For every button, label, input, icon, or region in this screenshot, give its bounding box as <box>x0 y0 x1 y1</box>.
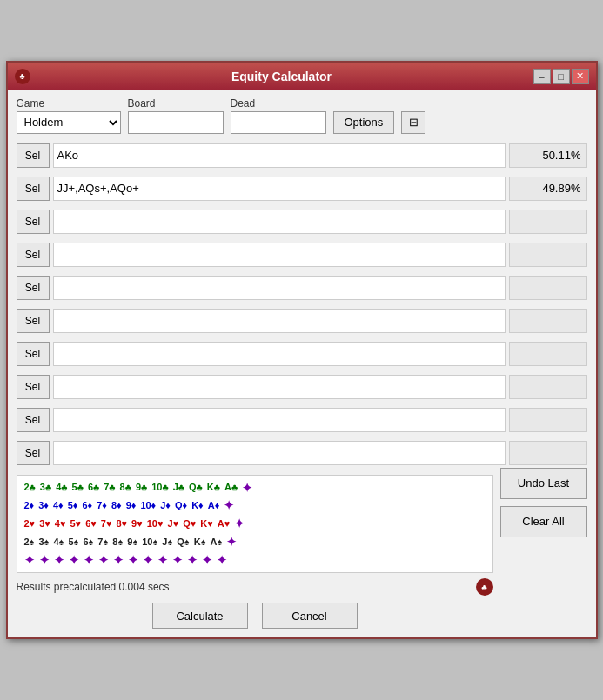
wild-spades[interactable]: ✦ <box>224 534 238 550</box>
wild-star-3[interactable]: ✦ <box>67 552 81 569</box>
card-7♠[interactable]: 7♠ <box>96 536 110 549</box>
options-button[interactable]: Options <box>333 111 395 134</box>
card-6♣[interactable]: 6♣ <box>86 481 101 494</box>
options2-button[interactable]: ⊟ <box>401 111 425 134</box>
card-A♠[interactable]: A♠ <box>209 536 224 549</box>
card-3♥[interactable]: 3♥ <box>37 517 52 530</box>
hand-input-4[interactable] <box>53 276 506 300</box>
wild-star-11[interactable]: ✦ <box>185 552 199 569</box>
card-8♣[interactable]: 8♣ <box>118 481 133 494</box>
card-4♦[interactable]: 4♦ <box>51 499 65 512</box>
card-8♦[interactable]: 8♦ <box>110 499 124 512</box>
wild-star-12[interactable]: ✦ <box>200 552 214 569</box>
card-6♥[interactable]: 6♥ <box>84 517 98 530</box>
card-Q♠[interactable]: Q♠ <box>175 536 191 549</box>
card-6♠[interactable]: 6♠ <box>81 536 95 549</box>
sel-button-9[interactable]: Sel <box>17 441 50 465</box>
sel-button-5[interactable]: Sel <box>17 309 50 333</box>
wild-diamonds[interactable]: ✦ <box>222 497 236 514</box>
sel-button-0[interactable]: Sel <box>17 143 50 168</box>
card-A♥[interactable]: A♥ <box>216 517 231 530</box>
clear-all-button[interactable]: Clear All <box>500 506 587 537</box>
hand-input-9[interactable] <box>53 441 506 465</box>
board-input[interactable] <box>128 111 224 134</box>
card-7♦[interactable]: 7♦ <box>95 499 109 512</box>
card-J♣[interactable]: J♣ <box>171 481 186 494</box>
card-3♠[interactable]: 3♠ <box>37 536 50 549</box>
card-3♦[interactable]: 3♦ <box>37 499 50 512</box>
card-9♠[interactable]: 9♠ <box>125 536 139 549</box>
card-4♥[interactable]: 4♥ <box>53 517 68 530</box>
card-8♠[interactable]: 8♠ <box>111 536 124 549</box>
card-10♣[interactable]: 10♣ <box>150 481 170 494</box>
card-2♥[interactable]: 2♥ <box>23 517 37 530</box>
card-9♥[interactable]: 9♥ <box>130 517 144 530</box>
card-5♠[interactable]: 5♠ <box>66 536 80 549</box>
card-Q♦[interactable]: Q♦ <box>173 499 189 512</box>
hand-input-3[interactable] <box>53 243 506 267</box>
card-9♣[interactable]: 9♣ <box>134 481 149 494</box>
wild-star-1[interactable]: ✦ <box>37 552 51 569</box>
card-10♥[interactable]: 10♥ <box>145 517 165 530</box>
wild-star-7[interactable]: ✦ <box>126 552 140 569</box>
card-K♦[interactable]: K♦ <box>190 499 205 512</box>
card-4♠[interactable]: 4♠ <box>51 536 65 549</box>
wild-star-6[interactable]: ✦ <box>111 552 125 569</box>
sel-button-3[interactable]: Sel <box>17 243 50 267</box>
wild-star-5[interactable]: ✦ <box>97 552 111 569</box>
card-A♦[interactable]: A♦ <box>206 499 222 512</box>
card-Q♥[interactable]: Q♥ <box>181 517 198 530</box>
card-9♦[interactable]: 9♦ <box>124 499 138 512</box>
close-button[interactable]: ✕ <box>572 69 589 84</box>
cancel-button[interactable]: Cancel <box>262 603 358 629</box>
wild-clubs[interactable]: ✦ <box>240 480 254 497</box>
card-6♦[interactable]: 6♦ <box>80 499 94 512</box>
card-4♣[interactable]: 4♣ <box>54 481 69 494</box>
card-J♠[interactable]: J♠ <box>160 536 174 549</box>
wild-star-8[interactable]: ✦ <box>141 552 155 569</box>
maximize-button[interactable]: □ <box>553 69 570 84</box>
card-5♣[interactable]: 5♣ <box>70 481 85 494</box>
calculate-button[interactable]: Calculate <box>152 603 248 629</box>
sel-button-4[interactable]: Sel <box>17 276 50 300</box>
card-8♥[interactable]: 8♥ <box>114 517 129 530</box>
sel-button-8[interactable]: Sel <box>17 408 50 432</box>
card-2♣[interactable]: 2♣ <box>23 481 37 494</box>
sel-button-2[interactable]: Sel <box>17 210 50 234</box>
hand-input-2[interactable] <box>53 210 506 234</box>
card-A♣[interactable]: A♣ <box>223 481 239 494</box>
hand-input-0[interactable] <box>53 143 506 168</box>
card-7♣[interactable]: 7♣ <box>102 481 117 494</box>
card-K♣[interactable]: K♣ <box>205 481 222 494</box>
card-K♥[interactable]: K♥ <box>198 517 214 530</box>
sel-button-7[interactable]: Sel <box>17 375 50 399</box>
undo-last-button[interactable]: Undo Last <box>500 468 587 499</box>
wild-star-10[interactable]: ✦ <box>171 552 184 569</box>
wild-hearts[interactable]: ✦ <box>232 516 246 532</box>
card-7♥[interactable]: 7♥ <box>99 517 114 530</box>
card-3♣[interactable]: 3♣ <box>38 481 53 494</box>
card-10♠[interactable]: 10♠ <box>140 536 159 549</box>
hand-input-8[interactable] <box>53 408 506 432</box>
card-10♦[interactable]: 10♦ <box>138 499 157 512</box>
wild-star-2[interactable]: ✦ <box>52 552 66 569</box>
card-5♥[interactable]: 5♥ <box>68 517 83 530</box>
sel-button-1[interactable]: Sel <box>17 177 50 201</box>
wild-star-4[interactable]: ✦ <box>82 552 96 569</box>
wild-star-0[interactable]: ✦ <box>23 552 37 569</box>
card-2♠[interactable]: 2♠ <box>23 536 37 549</box>
card-K♠[interactable]: K♠ <box>192 536 208 549</box>
card-5♦[interactable]: 5♦ <box>66 499 80 512</box>
hand-input-1[interactable] <box>53 177 506 201</box>
card-J♥[interactable]: J♥ <box>166 517 181 530</box>
hand-input-7[interactable] <box>53 375 506 399</box>
wild-star-13[interactable]: ✦ <box>215 552 229 569</box>
dead-input[interactable] <box>231 111 326 134</box>
minimize-button[interactable]: – <box>533 69 551 84</box>
card-J♦[interactable]: J♦ <box>158 499 172 512</box>
wild-star-9[interactable]: ✦ <box>156 552 170 569</box>
hand-input-6[interactable] <box>53 342 506 366</box>
sel-button-6[interactable]: Sel <box>17 342 50 366</box>
card-2♦[interactable]: 2♦ <box>23 499 37 512</box>
hand-input-5[interactable] <box>53 309 506 333</box>
